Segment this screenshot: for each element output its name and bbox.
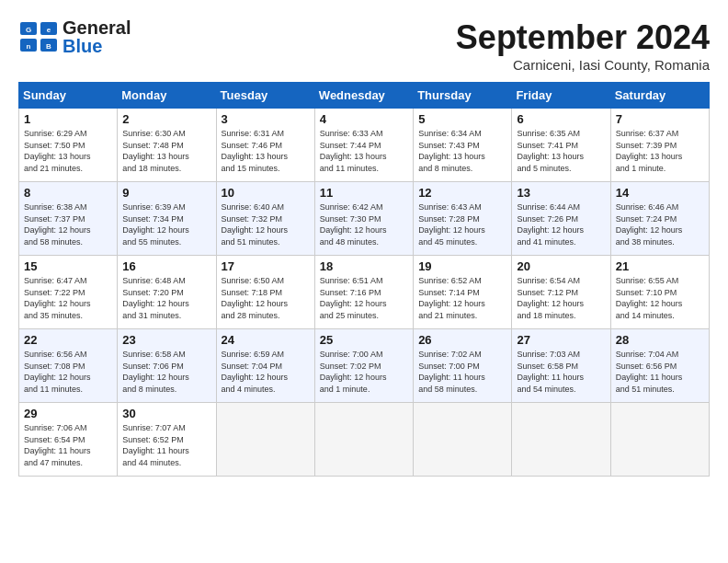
day-number: 19 (418, 259, 506, 273)
day-info: Sunrise: 6:44 AM Sunset: 7:26 PM Dayligh… (517, 201, 605, 247)
day-number: 15 (24, 259, 112, 273)
day-info: Sunrise: 6:46 AM Sunset: 7:24 PM Dayligh… (616, 201, 704, 247)
logo-general: General (63, 17, 131, 38)
day-number: 28 (616, 333, 704, 347)
calendar-cell: 21Sunrise: 6:55 AM Sunset: 7:10 PM Dayli… (610, 256, 709, 329)
weekday-header-friday: Friday (512, 83, 610, 109)
svg-text:B: B (46, 42, 51, 51)
svg-text:n: n (27, 42, 31, 51)
calendar-cell: 3Sunrise: 6:31 AM Sunset: 7:46 PM Daylig… (216, 109, 314, 182)
calendar-cell: 19Sunrise: 6:52 AM Sunset: 7:14 PM Dayli… (414, 256, 512, 329)
calendar-cell: 26Sunrise: 7:02 AM Sunset: 7:00 PM Dayli… (414, 329, 512, 403)
calendar-cell: 20Sunrise: 6:54 AM Sunset: 7:12 PM Dayli… (512, 256, 610, 329)
day-info: Sunrise: 7:03 AM Sunset: 6:58 PM Dayligh… (517, 349, 605, 395)
calendar-cell: 23Sunrise: 6:58 AM Sunset: 7:06 PM Dayli… (118, 329, 216, 403)
calendar-cell: 12Sunrise: 6:43 AM Sunset: 7:28 PM Dayli… (414, 182, 512, 256)
svg-text:e: e (47, 26, 51, 34)
logo: G e n B General Blue (18, 18, 131, 55)
day-info: Sunrise: 6:35 AM Sunset: 7:41 PM Dayligh… (517, 128, 605, 174)
weekday-header-tuesday: Tuesday (216, 83, 314, 109)
day-number: 24 (222, 333, 310, 347)
day-info: Sunrise: 6:43 AM Sunset: 7:28 PM Dayligh… (418, 201, 506, 247)
day-number: 4 (320, 112, 408, 126)
calendar-cell: 18Sunrise: 6:51 AM Sunset: 7:16 PM Dayli… (314, 256, 413, 329)
calendar-cell: 6Sunrise: 6:35 AM Sunset: 7:41 PM Daylig… (512, 109, 610, 182)
day-number: 23 (122, 333, 210, 347)
calendar-cell: 8Sunrise: 6:38 AM Sunset: 7:37 PM Daylig… (19, 182, 118, 256)
day-info: Sunrise: 6:54 AM Sunset: 7:12 PM Dayligh… (517, 275, 605, 321)
calendar-cell: 16Sunrise: 6:48 AM Sunset: 7:20 PM Dayli… (118, 256, 216, 329)
day-info: Sunrise: 6:38 AM Sunset: 7:37 PM Dayligh… (24, 201, 112, 247)
svg-text:G: G (26, 26, 31, 34)
calendar-cell: 29Sunrise: 7:06 AM Sunset: 6:54 PM Dayli… (19, 403, 118, 477)
weekday-header-saturday: Saturday (610, 83, 709, 109)
calendar-week-1: 1Sunrise: 6:29 AM Sunset: 7:50 PM Daylig… (19, 109, 710, 182)
day-info: Sunrise: 6:48 AM Sunset: 7:20 PM Dayligh… (122, 275, 210, 321)
day-info: Sunrise: 6:56 AM Sunset: 7:08 PM Dayligh… (24, 349, 112, 395)
day-info: Sunrise: 7:07 AM Sunset: 6:52 PM Dayligh… (122, 422, 210, 468)
day-number: 22 (24, 333, 112, 347)
day-number: 16 (122, 259, 210, 273)
day-info: Sunrise: 6:29 AM Sunset: 7:50 PM Dayligh… (24, 128, 112, 174)
calendar-cell (314, 403, 413, 477)
day-info: Sunrise: 7:04 AM Sunset: 6:56 PM Dayligh… (616, 349, 704, 395)
day-number: 3 (222, 112, 310, 126)
day-number: 25 (320, 333, 408, 347)
calendar-cell: 4Sunrise: 6:33 AM Sunset: 7:44 PM Daylig… (314, 109, 413, 182)
day-number: 26 (418, 333, 506, 347)
day-info: Sunrise: 6:51 AM Sunset: 7:16 PM Dayligh… (320, 275, 408, 321)
logo-icon: G e n B (18, 20, 59, 53)
day-number: 13 (517, 186, 605, 200)
day-number: 7 (616, 112, 704, 126)
calendar-cell: 5Sunrise: 6:34 AM Sunset: 7:43 PM Daylig… (414, 109, 512, 182)
day-info: Sunrise: 6:59 AM Sunset: 7:04 PM Dayligh… (222, 349, 310, 395)
weekday-header-monday: Monday (118, 83, 216, 109)
day-info: Sunrise: 7:06 AM Sunset: 6:54 PM Dayligh… (24, 422, 112, 468)
day-number: 17 (222, 259, 310, 273)
day-info: Sunrise: 6:52 AM Sunset: 7:14 PM Dayligh… (418, 275, 506, 321)
weekday-header-wednesday: Wednesday (314, 83, 413, 109)
calendar-cell: 14Sunrise: 6:46 AM Sunset: 7:24 PM Dayli… (610, 182, 709, 256)
calendar-cell: 22Sunrise: 6:56 AM Sunset: 7:08 PM Dayli… (19, 329, 118, 403)
calendar-week-3: 15Sunrise: 6:47 AM Sunset: 7:22 PM Dayli… (19, 256, 710, 329)
calendar-cell: 30Sunrise: 7:07 AM Sunset: 6:52 PM Dayli… (118, 403, 216, 477)
weekday-header-thursday: Thursday (414, 83, 512, 109)
title-area: September 2024 Carniceni, Iasi County, R… (456, 18, 710, 73)
calendar-cell: 13Sunrise: 6:44 AM Sunset: 7:26 PM Dayli… (512, 182, 610, 256)
day-number: 1 (24, 112, 112, 126)
day-number: 27 (517, 333, 605, 347)
calendar-cell: 17Sunrise: 6:50 AM Sunset: 7:18 PM Dayli… (216, 256, 314, 329)
day-info: Sunrise: 6:34 AM Sunset: 7:43 PM Dayligh… (418, 128, 506, 174)
day-info: Sunrise: 6:58 AM Sunset: 7:06 PM Dayligh… (122, 349, 210, 395)
day-info: Sunrise: 6:30 AM Sunset: 7:48 PM Dayligh… (122, 128, 210, 174)
calendar-cell (512, 403, 610, 477)
day-number: 12 (418, 186, 506, 200)
calendar-cell (414, 403, 512, 477)
day-number: 5 (418, 112, 506, 126)
calendar-cell: 2Sunrise: 6:30 AM Sunset: 7:48 PM Daylig… (118, 109, 216, 182)
calendar-cell: 28Sunrise: 7:04 AM Sunset: 6:56 PM Dayli… (610, 329, 709, 403)
day-number: 14 (616, 186, 704, 200)
calendar-cell: 1Sunrise: 6:29 AM Sunset: 7:50 PM Daylig… (19, 109, 118, 182)
calendar-header: SundayMondayTuesdayWednesdayThursdayFrid… (19, 83, 710, 109)
day-info: Sunrise: 6:50 AM Sunset: 7:18 PM Dayligh… (222, 275, 310, 321)
day-info: Sunrise: 7:02 AM Sunset: 7:00 PM Dayligh… (418, 349, 506, 395)
calendar-cell: 25Sunrise: 7:00 AM Sunset: 7:02 PM Dayli… (314, 329, 413, 403)
day-info: Sunrise: 6:33 AM Sunset: 7:44 PM Dayligh… (320, 128, 408, 174)
logo-blue: Blue (63, 36, 102, 56)
day-info: Sunrise: 6:55 AM Sunset: 7:10 PM Dayligh… (616, 275, 704, 321)
calendar-cell: 9Sunrise: 6:39 AM Sunset: 7:34 PM Daylig… (118, 182, 216, 256)
calendar-cell: 24Sunrise: 6:59 AM Sunset: 7:04 PM Dayli… (216, 329, 314, 403)
day-number: 11 (320, 186, 408, 200)
day-number: 6 (517, 112, 605, 126)
day-number: 9 (122, 186, 210, 200)
header: G e n B General Blue September 2024 Carn… (18, 18, 710, 73)
calendar-week-2: 8Sunrise: 6:38 AM Sunset: 7:37 PM Daylig… (19, 182, 710, 256)
day-number: 20 (517, 259, 605, 273)
calendar-cell: 27Sunrise: 7:03 AM Sunset: 6:58 PM Dayli… (512, 329, 610, 403)
calendar-week-4: 22Sunrise: 6:56 AM Sunset: 7:08 PM Dayli… (19, 329, 710, 403)
calendar-cell: 7Sunrise: 6:37 AM Sunset: 7:39 PM Daylig… (610, 109, 709, 182)
day-info: Sunrise: 6:47 AM Sunset: 7:22 PM Dayligh… (24, 275, 112, 321)
day-number: 2 (122, 112, 210, 126)
day-number: 29 (24, 407, 112, 420)
